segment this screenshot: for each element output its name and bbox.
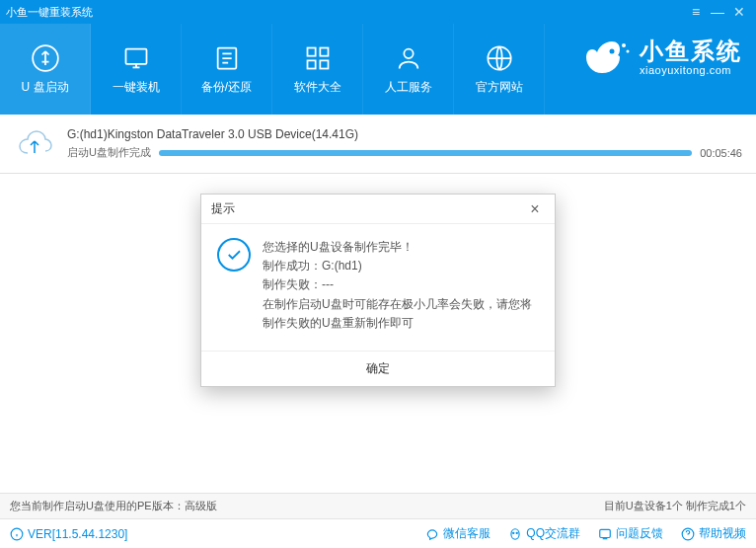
device-name: G:(hd1)Kingston DataTraveler 3.0 USB Dev… — [67, 127, 742, 141]
progress-bar — [159, 150, 692, 156]
svg-point-7 — [404, 48, 413, 57]
version-label: VER[11.5.44.1230] — [28, 527, 127, 541]
nav-item-software[interactable]: 软件大全 — [272, 24, 363, 115]
monitor-icon — [121, 43, 151, 73]
close-icon[interactable]: ✕ — [728, 3, 750, 21]
footer-link-feedback[interactable]: 问题反馈 — [598, 525, 663, 542]
nav-label: U 盘启动 — [22, 79, 69, 96]
dialog-close-button[interactable]: × — [525, 199, 545, 219]
check-circle-icon — [217, 238, 251, 272]
brand-logo: 小鱼系统 xiaoyuxitong.com — [584, 34, 742, 81]
dialog-message: 您选择的U盘设备制作完毕！ 制作成功：G:(hd1) 制作失败：--- 在制作启… — [263, 238, 539, 333]
wechat-icon — [425, 527, 439, 541]
device-status: 启动U盘制作完成 — [67, 145, 151, 160]
cloud-upload-icon — [14, 122, 55, 165]
help-icon — [681, 527, 695, 541]
svg-point-14 — [513, 532, 514, 533]
dialog-title: 提示 — [211, 200, 235, 217]
svg-point-13 — [511, 528, 519, 539]
dialog-header: 提示 × — [201, 195, 555, 224]
backup-icon — [212, 43, 242, 73]
footer-link-wechat[interactable]: 微信客服 — [425, 525, 491, 542]
nav-label: 人工服务 — [385, 79, 432, 96]
app-title: 小鱼一键重装系统 — [6, 5, 93, 20]
fish-icon — [584, 34, 632, 81]
nav-item-usb-boot[interactable]: U 盘启动 — [0, 24, 91, 115]
svg-point-15 — [516, 532, 517, 533]
status-bar-info: 您当前制作启动U盘使用的PE版本：高级版 目前U盘设备1个 制作完成1个 — [0, 493, 756, 518]
brand-name-en: xiaoyuxitong.com — [640, 64, 742, 76]
main-nav: U 盘启动 一键装机 备份/还原 软件大全 人工服务 官方网站 — [0, 24, 756, 115]
svg-point-10 — [622, 43, 626, 47]
dialog-line4: 在制作启动U盘时可能存在极小几率会失败，请您将制作失败的U盘重新制作即可 — [263, 295, 539, 333]
nav-label: 软件大全 — [294, 79, 341, 96]
footer-link-label: 问题反馈 — [616, 525, 663, 542]
brand-name-cn: 小鱼系统 — [640, 39, 742, 64]
svg-point-11 — [627, 50, 630, 53]
footer-link-label: QQ交流群 — [526, 525, 580, 542]
nav-label: 官方网站 — [476, 79, 523, 96]
dialog-line1: 您选择的U盘设备制作完毕！ — [263, 238, 539, 257]
footer-link-label: 帮助视频 — [699, 525, 746, 542]
footer-link-qq[interactable]: QQ交流群 — [508, 525, 580, 542]
svg-rect-6 — [320, 60, 328, 68]
minimize-icon[interactable]: — — [707, 3, 728, 21]
footer-link-help[interactable]: 帮助视频 — [681, 525, 746, 542]
nav-label: 一键装机 — [113, 79, 160, 96]
device-count-text: 目前U盘设备1个 制作完成1个 — [604, 499, 746, 513]
dialog-ok-button[interactable]: 确定 — [350, 356, 406, 381]
dialog-line2: 制作成功：G:(hd1) — [263, 257, 539, 275]
usb-icon — [31, 43, 60, 73]
titlebar: 小鱼一键重装系统 ≡ — ✕ — [0, 0, 756, 24]
nav-label: 备份/还原 — [201, 79, 252, 96]
qq-icon — [508, 527, 522, 541]
dialog-line3: 制作失败：--- — [263, 275, 539, 294]
person-icon — [394, 43, 423, 73]
elapsed-timer: 00:05:46 — [700, 147, 742, 159]
nav-item-website[interactable]: 官方网站 — [454, 24, 545, 115]
pe-version-text: 您当前制作启动U盘使用的PE版本：高级版 — [10, 499, 217, 513]
globe-icon — [485, 43, 514, 73]
footer-bar: VER[11.5.44.1230] 微信客服 QQ交流群 问题反馈 帮助视频 — [0, 518, 756, 548]
svg-rect-1 — [125, 48, 146, 63]
footer-link-label: 微信客服 — [443, 525, 491, 542]
feedback-icon — [598, 527, 612, 541]
svg-rect-16 — [600, 529, 611, 537]
menu-icon[interactable]: ≡ — [685, 3, 707, 21]
grid-icon — [303, 43, 333, 73]
device-panel: G:(hd1)Kingston DataTraveler 3.0 USB Dev… — [0, 115, 756, 174]
svg-rect-3 — [307, 47, 315, 55]
nav-item-oneclick[interactable]: 一键装机 — [91, 24, 182, 115]
dialog-prompt: 提示 × 您选择的U盘设备制作完毕！ 制作成功：G:(hd1) 制作失败：---… — [200, 194, 556, 387]
nav-item-service[interactable]: 人工服务 — [363, 24, 454, 115]
version-button[interactable]: VER[11.5.44.1230] — [10, 527, 127, 541]
svg-rect-5 — [307, 60, 315, 68]
svg-rect-4 — [320, 47, 328, 55]
svg-point-9 — [610, 49, 615, 54]
nav-item-backup[interactable]: 备份/还原 — [182, 24, 272, 115]
info-icon — [10, 527, 24, 541]
